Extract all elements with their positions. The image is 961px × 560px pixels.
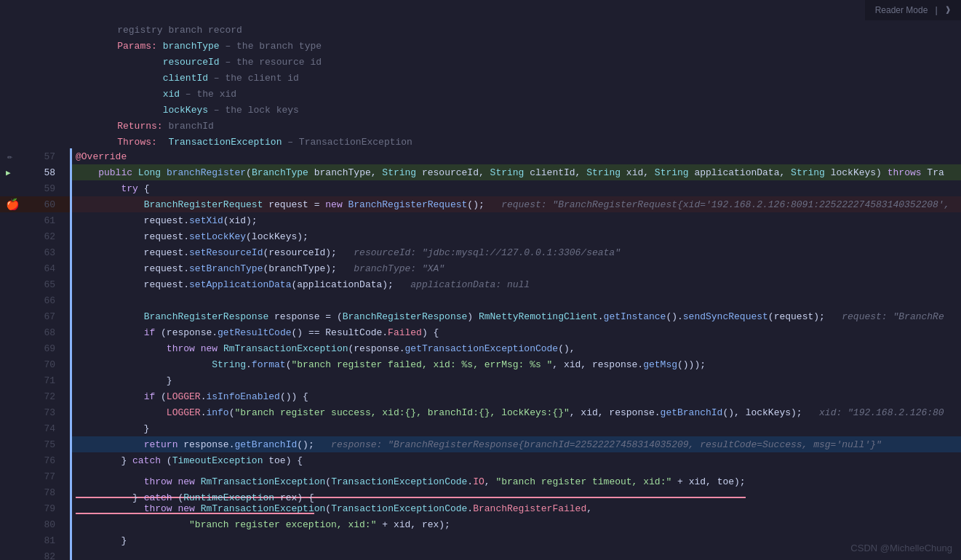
doc-line-param2: resourceId – the resource id [95,54,961,70]
doc-line-param3: clientId – the client id [95,70,961,86]
reader-mode-text: Reader Mode [875,5,928,15]
line-num-65: 65 [0,276,70,292]
code-line-62: request.setLockKey(lockKeys); [70,228,961,244]
code-line-75: return response.getBranchId(); response:… [70,436,961,452]
code-line-59: try { [70,180,961,196]
line-numbers: ✏ 57 ▶ 58 59 🍎 60 61 62 63 64 65 66 67 6… [0,148,70,560]
code-line-81: } [70,532,961,548]
line-num-59: 59 [0,180,70,196]
doc-line-registry: registry branch record [95,22,961,38]
line-num-82: 82 [0,548,70,560]
toolbar-icon-2[interactable]: ❱ [945,4,951,16]
editor-container: Reader Mode | ❱ registry branch record P… [0,0,961,560]
code-line-80: "branch register exception, xid:" + xid,… [70,516,961,532]
line-num-79: 79 [0,500,70,516]
breakpoint-icon-60: 🍎 [6,198,20,212]
code-line-61: request.setXid(xid); [70,212,961,228]
line-num-67: 67 [0,308,70,324]
line-num-61: 61 [0,212,70,228]
line-num-60: 🍎 60 [0,196,70,212]
code-line-82 [70,548,961,560]
line-num-58: ▶ 58 [0,164,70,180]
code-line-64: request.setBranchType(branchType); branc… [70,260,961,276]
code-line-70: String.format("branch register failed, x… [70,356,961,372]
code-line-73: LOGGER.info("branch register success, xi… [70,404,961,420]
line-num-68: 68 [0,324,70,340]
code-lines: @Override public Long branchRegister(Bra… [70,148,961,560]
line-num-76: 76 [0,452,70,468]
toolbar-icon-1[interactable]: | [933,5,939,16]
line-num-64: 64 [0,260,70,276]
code-line-71: } [70,372,961,388]
line-num-70: 70 [0,356,70,372]
line-num-78: 78 [0,484,70,500]
code-line-60: BranchRegisterRequest request = new Bran… [70,196,961,212]
code-line-69: throw new RmTransactionException(respons… [70,340,961,356]
line-num-77: 77 [0,468,70,484]
line-num-75: 75 [0,436,70,452]
active-scope-bar [70,148,72,560]
line-num-74: 74 [0,420,70,436]
code-line-58: public Long branchRegister(BranchType br… [70,164,961,180]
code-line-74: } [70,420,961,436]
code-body: ✏ 57 ▶ 58 59 🍎 60 61 62 63 64 65 66 67 6… [0,148,961,560]
code-line-63: request.setResourceId(resourceId); resou… [70,244,961,260]
line-num-73: 73 [0,404,70,420]
line-num-57: ✏ 57 [0,148,70,164]
line-num-71: 71 [0,372,70,388]
line-num-80: 80 [0,516,70,532]
line-num-81: 81 [0,532,70,548]
code-line-72: if (LOGGER.isInfoEnabled()) { [70,388,961,404]
doc-line-returns: Returns: branchId [95,118,961,134]
code-line-67: BranchRegisterResponse response = (Branc… [70,308,961,324]
line-num-69: 69 [0,340,70,356]
line-num-63: 63 [0,244,70,260]
doc-line-param4: xid – the xid [95,86,961,102]
doc-line-params: Params: branchType – the branch type [95,38,961,54]
doc-line-throws: Throws: TransactionException – Transacti… [95,134,961,150]
code-line-66 [70,292,961,308]
code-line-65: request.setApplicationData(applicationDa… [70,276,961,292]
code-line-68: if (response.getResultCode() == ResultCo… [70,324,961,340]
code-line-78: } catch (RuntimeException rex) { [70,484,961,500]
edit-icon-57: ✏ [7,151,12,162]
line-num-72: 72 [0,388,70,404]
run-icon-58: ▶ [6,168,11,177]
doc-line-param5: lockKeys – the lock keys [95,102,961,118]
line-num-62: 62 [0,228,70,244]
watermark: CSDN @MichelleChung [850,543,952,554]
line-num-66: 66 [0,292,70,308]
